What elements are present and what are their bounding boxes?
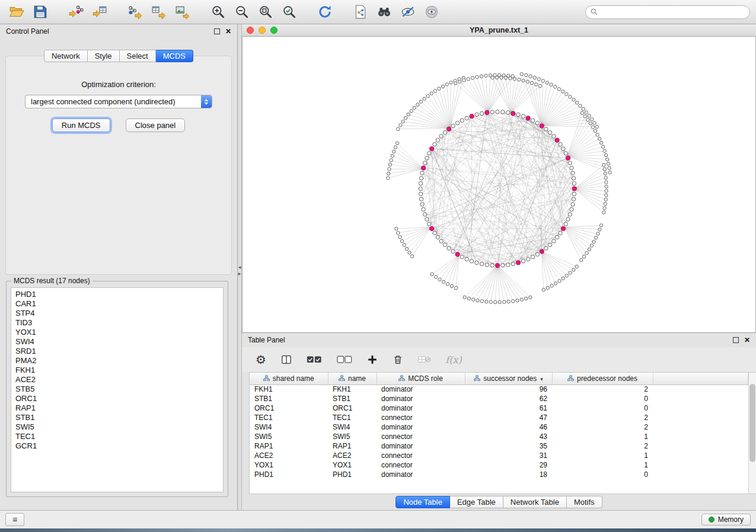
ring-node[interactable]	[562, 147, 565, 150]
leaf-node[interactable]	[534, 83, 537, 86]
add-column-button[interactable]	[365, 350, 380, 370]
tab-select[interactable]: Select	[120, 50, 156, 62]
leaf-node[interactable]	[604, 176, 607, 179]
save-session-button[interactable]	[30, 2, 51, 22]
result-item[interactable]: RAP1	[15, 403, 223, 413]
leaf-node[interactable]	[524, 297, 527, 300]
column-header-successor-nodes[interactable]: successor nodes▾	[465, 373, 552, 384]
result-item[interactable]: CAR1	[15, 299, 223, 309]
cell-mcds-role[interactable]: connector	[377, 451, 465, 460]
leaf-node[interactable]	[608, 171, 611, 174]
result-item[interactable]: YOX1	[15, 328, 223, 337]
ring-node[interactable]	[465, 116, 468, 120]
leaf-node[interactable]	[589, 122, 592, 125]
leaf-node[interactable]	[400, 239, 403, 242]
ring-node[interactable]	[475, 113, 479, 116]
leaf-node[interactable]	[598, 228, 601, 231]
ring-node[interactable]	[544, 127, 548, 131]
close-panel-button[interactable]: Close panel	[126, 118, 186, 132]
leaf-node[interactable]	[441, 85, 444, 88]
ring-node[interactable]	[443, 243, 446, 246]
dominator-node[interactable]	[429, 146, 433, 150]
memory-button[interactable]: Memory	[701, 514, 751, 525]
leaf-node[interactable]	[550, 83, 553, 86]
ring-node[interactable]	[535, 252, 539, 256]
function-builder-button[interactable]: f(x)	[444, 350, 464, 370]
leaf-node[interactable]	[476, 299, 479, 302]
leaf-node[interactable]	[471, 298, 474, 301]
ring-node[interactable]	[552, 134, 556, 138]
cell-shared-name[interactable]: ACE2	[250, 451, 328, 460]
ring-node[interactable]	[570, 207, 573, 211]
leaf-node[interactable]	[395, 142, 398, 145]
cell-mcds-role[interactable]: dominator	[377, 394, 465, 403]
leaf-node[interactable]	[601, 145, 604, 148]
leaf-node[interactable]	[445, 83, 448, 86]
leaf-node[interactable]	[413, 106, 416, 109]
result-item[interactable]: SWI4	[15, 337, 223, 347]
select-all-rows-button[interactable]	[304, 350, 324, 370]
leaf-node[interactable]	[387, 177, 390, 180]
leaf-node[interactable]	[605, 181, 608, 184]
dominator-node[interactable]	[455, 252, 460, 257]
table-row[interactable]: ORC1ORC1dominator610	[250, 403, 748, 413]
column-header-predecessor-nodes[interactable]: predecessor nodes	[552, 373, 653, 384]
dominator-node[interactable]	[421, 166, 425, 170]
leaf-node[interactable]	[458, 80, 461, 83]
ring-node[interactable]	[460, 118, 464, 122]
leaf-node[interactable]	[582, 107, 585, 110]
dominator-node[interactable]	[470, 114, 474, 118]
import-network-button[interactable]	[65, 2, 87, 22]
table-row[interactable]: TEC1TEC1connector472	[250, 413, 748, 422]
cell-predecessor-nodes[interactable]: 2	[552, 441, 653, 451]
leaf-node[interactable]	[480, 75, 483, 78]
cell-mcds-role[interactable]: connector	[377, 413, 465, 422]
leaf-node[interactable]	[604, 172, 607, 175]
leaf-node[interactable]	[446, 283, 449, 286]
tab-network[interactable]: Network	[44, 50, 88, 62]
leaf-node[interactable]	[588, 114, 591, 117]
cell-shared-name[interactable]: SWI5	[250, 432, 328, 441]
leaf-node[interactable]	[582, 255, 585, 258]
cell-predecessor-nodes[interactable]: 2	[552, 413, 653, 422]
result-item[interactable]: ACE2	[15, 375, 223, 384]
show-panels-button[interactable]: ≡	[5, 513, 24, 526]
ring-node[interactable]	[439, 239, 443, 243]
close-panel-icon[interactable]: ✕	[225, 28, 231, 35]
search-field[interactable]	[585, 5, 750, 19]
leaf-node[interactable]	[504, 76, 507, 79]
table-row[interactable]: PHD1PHD1dominator180	[250, 470, 748, 479]
search-input[interactable]	[601, 7, 745, 17]
leaf-node[interactable]	[569, 95, 572, 98]
dominator-node[interactable]	[526, 116, 530, 120]
ring-node[interactable]	[559, 142, 562, 146]
leaf-node[interactable]	[405, 247, 408, 250]
leaf-node[interactable]	[419, 100, 422, 103]
leaf-node[interactable]	[557, 88, 560, 91]
cell-successor-nodes[interactable]: 29	[465, 460, 552, 470]
leaf-node[interactable]	[546, 81, 548, 84]
dominator-node[interactable]	[511, 111, 515, 116]
leaf-node[interactable]	[605, 158, 608, 161]
leaf-node[interactable]	[516, 299, 519, 302]
leaf-node[interactable]	[598, 137, 601, 140]
leaf-node[interactable]	[438, 278, 441, 281]
leaf-node[interactable]	[507, 300, 510, 303]
result-item[interactable]: STB5	[15, 384, 223, 394]
network-canvas[interactable]	[242, 37, 756, 332]
ring-node[interactable]	[496, 110, 499, 114]
ring-node[interactable]	[548, 130, 551, 134]
ring-node[interactable]	[433, 231, 436, 235]
column-layout-button[interactable]	[279, 350, 294, 370]
leaf-node[interactable]	[390, 159, 393, 162]
leaf-node[interactable]	[529, 75, 532, 78]
leaf-node[interactable]	[588, 248, 591, 251]
leaf-node[interactable]	[388, 163, 391, 166]
leaf-node[interactable]	[596, 232, 599, 235]
dominator-node[interactable]	[485, 110, 489, 114]
leaf-node[interactable]	[511, 300, 514, 303]
leaf-node[interactable]	[503, 300, 506, 303]
leaf-node[interactable]	[585, 251, 588, 254]
leaf-node[interactable]	[450, 284, 453, 287]
dominator-node[interactable]	[446, 127, 451, 131]
